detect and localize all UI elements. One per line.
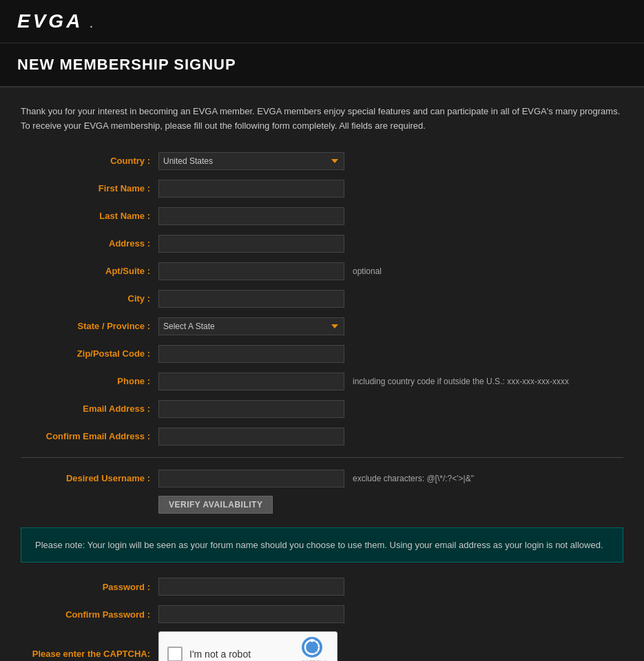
- country-label: Country :: [21, 156, 158, 166]
- city-input[interactable]: [158, 290, 344, 308]
- state-label: State / Province :: [21, 321, 158, 331]
- verify-availability-button[interactable]: VERIFY AVAILABILITY: [158, 496, 273, 514]
- intro-text: Thank you for your interest in becoming …: [21, 105, 623, 134]
- city-label: City :: [21, 293, 158, 304]
- state-select[interactable]: Select A State: [158, 317, 344, 335]
- captcha-label: Please enter the CAPTCHA:: [21, 649, 158, 659]
- first-name-input[interactable]: [158, 180, 344, 198]
- state-row: State / Province : Select A State: [21, 316, 623, 337]
- address-row: Address :: [21, 233, 623, 254]
- phone-hint: including country code if outside the U.…: [353, 377, 569, 386]
- password-input[interactable]: [158, 578, 344, 596]
- password-label: Password :: [21, 582, 158, 592]
- page-title: NEW MEMBERSHIP SIGNUP: [17, 56, 627, 74]
- divider-1: [21, 457, 623, 458]
- email-label: Email Address :: [21, 403, 158, 414]
- verify-row: VERIFY AVAILABILITY: [158, 496, 623, 514]
- logo-text: EVGA: [17, 10, 82, 32]
- country-row: Country : United States: [21, 151, 623, 171]
- page-title-bar: NEW MEMBERSHIP SIGNUP: [0, 43, 644, 87]
- captcha-text: I'm not a robot: [189, 649, 289, 660]
- phone-label: Phone :: [21, 376, 158, 386]
- phone-input[interactable]: [158, 373, 344, 390]
- last-name-row: Last Name :: [21, 206, 623, 227]
- apt-suite-input[interactable]: [158, 262, 344, 280]
- confirm-email-input[interactable]: [158, 428, 344, 445]
- zip-row: Zip/Postal Code :: [21, 344, 623, 364]
- city-row: City :: [21, 288, 623, 309]
- header: EVGA .: [0, 0, 644, 43]
- first-name-label: First Name :: [21, 183, 158, 193]
- username-input[interactable]: [158, 470, 344, 487]
- email-row: Email Address :: [21, 399, 623, 419]
- notice-box: Please note: Your login will be seen as …: [21, 527, 623, 563]
- zip-label: Zip/Postal Code :: [21, 348, 158, 359]
- logo-dot: .: [90, 19, 96, 30]
- confirm-password-label: Confirm Password :: [21, 609, 158, 620]
- last-name-input[interactable]: [158, 207, 344, 225]
- captcha-checkbox[interactable]: [167, 647, 183, 661]
- confirm-email-row: Confirm Email Address :: [21, 426, 623, 447]
- address-label: Address :: [21, 238, 158, 249]
- address-input[interactable]: [158, 235, 344, 253]
- logo: EVGA .: [17, 10, 96, 32]
- captcha-logo: reCAPTCHA Privacy - Terms: [295, 637, 329, 661]
- confirm-password-row: Confirm Password :: [21, 604, 623, 625]
- apt-suite-label: Apt/Suite :: [21, 266, 158, 276]
- first-name-row: First Name :: [21, 178, 623, 199]
- notice-text: Please note: Your login will be seen as …: [35, 540, 603, 550]
- email-input[interactable]: [158, 400, 344, 418]
- confirm-email-label: Confirm Email Address :: [21, 431, 158, 441]
- username-hint: exclude characters: @[\*/:?<'>|&": [353, 474, 474, 483]
- apt-suite-hint: optional: [353, 266, 382, 276]
- recaptcha-brand: reCAPTCHA: [296, 659, 327, 661]
- password-row: Password :: [21, 576, 623, 597]
- username-label: Desired Username :: [21, 473, 158, 483]
- captcha-widget[interactable]: I'm not a robot reCAPTCHA Privacy - Term…: [158, 631, 337, 661]
- country-select[interactable]: United States: [158, 152, 344, 170]
- username-row: Desired Username : exclude characters: @…: [21, 468, 623, 489]
- confirm-password-input[interactable]: [158, 605, 344, 623]
- phone-row: Phone : including country code if outsid…: [21, 371, 623, 392]
- recaptcha-icon: [302, 637, 322, 658]
- captcha-row: Please enter the CAPTCHA: I'm not a robo…: [21, 631, 623, 661]
- apt-suite-row: Apt/Suite : optional: [21, 261, 623, 282]
- last-name-label: Last Name :: [21, 211, 158, 221]
- main-content: Thank you for your interest in becoming …: [0, 87, 644, 661]
- zip-input[interactable]: [158, 345, 344, 363]
